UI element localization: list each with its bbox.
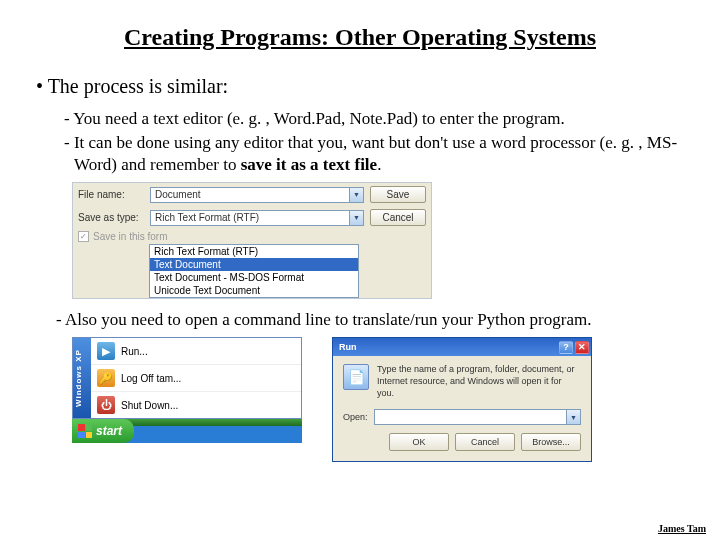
menu-item-shutdown[interactable]: ⏻ Shut Down... xyxy=(91,392,301,418)
start-menu-screenshot: Windows XP ▶ Run... 🔑 Log Off tam... ⏻ S… xyxy=(72,337,302,462)
type-dropdown-list[interactable]: Rich Text Format (RTF) Text Document Tex… xyxy=(149,244,359,298)
dropdown-option[interactable]: Text Document - MS-DOS Format xyxy=(150,271,358,284)
save-button[interactable]: Save xyxy=(370,186,426,203)
cancel-button[interactable]: Cancel xyxy=(370,209,426,226)
checkbox-label: Save in this form xyxy=(93,231,167,242)
chevron-down-icon[interactable]: ▼ xyxy=(349,211,363,225)
main-bullet-text: The process is similar: xyxy=(48,75,229,97)
windows-logo-icon xyxy=(78,424,92,438)
run-icon: ▶ xyxy=(97,342,115,360)
chevron-down-icon[interactable]: ▼ xyxy=(349,188,363,202)
windows-xp-sidebar: Windows XP xyxy=(73,338,91,418)
filename-label: File name: xyxy=(78,189,144,200)
sub-item-2-post: . xyxy=(377,155,381,174)
type-value: Rich Text Format (RTF) xyxy=(155,212,259,223)
run-dialog-icon: 📄 xyxy=(343,364,369,390)
menu-item-logoff[interactable]: 🔑 Log Off tam... xyxy=(91,365,301,392)
filename-value: Document xyxy=(155,189,201,200)
checkbox[interactable]: ✓ xyxy=(78,231,89,242)
menu-item-label: Log Off tam... xyxy=(121,373,181,384)
filename-input[interactable]: Document▼ xyxy=(150,187,364,203)
taskbar: start xyxy=(72,419,302,443)
menu-item-run[interactable]: ▶ Run... xyxy=(91,338,301,365)
footer-author: James Tam xyxy=(658,523,706,534)
menu-item-label: Run... xyxy=(121,346,148,357)
type-input[interactable]: Rich Text Format (RTF)▼ xyxy=(150,210,364,226)
help-button[interactable]: ? xyxy=(559,341,573,354)
sub-item-2: - It can be done using any editor that y… xyxy=(64,132,684,176)
close-button[interactable]: ✕ xyxy=(575,341,589,354)
type-label: Save as type: xyxy=(78,212,144,223)
shutdown-icon: ⏻ xyxy=(97,396,115,414)
sub-item-3: - Also you need to open a command line t… xyxy=(56,309,676,331)
open-input[interactable]: ▼ xyxy=(374,409,581,425)
dropdown-option-selected[interactable]: Text Document xyxy=(150,258,358,271)
slide-title: Creating Programs: Other Operating Syste… xyxy=(32,24,688,51)
sub-item-2-bold: save it as a text file xyxy=(241,155,377,174)
browse-button[interactable]: Browse... xyxy=(521,433,581,451)
menu-item-label: Shut Down... xyxy=(121,400,178,411)
logoff-icon: 🔑 xyxy=(97,369,115,387)
run-dialog: Run ? ✕ 📄 Type the name of a program, fo… xyxy=(332,337,592,462)
run-title: Run xyxy=(339,342,357,352)
sub-item-1-text: You need a text editor (e. g. , Word.Pad… xyxy=(73,109,564,128)
saveas-dialog: File name: Document▼ Save Save as type: … xyxy=(72,182,432,299)
chevron-down-icon[interactable]: ▼ xyxy=(566,410,580,424)
sub-item-3-text: Also you need to open a command line to … xyxy=(65,310,591,329)
start-button[interactable]: start xyxy=(72,419,134,443)
run-titlebar: Run ? ✕ xyxy=(333,338,591,356)
main-bullet: • The process is similar: xyxy=(36,75,688,98)
open-label: Open: xyxy=(343,412,368,422)
dropdown-option[interactable]: Rich Text Format (RTF) xyxy=(150,245,358,258)
cancel-button[interactable]: Cancel xyxy=(455,433,515,451)
dropdown-option[interactable]: Unicode Text Document xyxy=(150,284,358,297)
sub-item-1: - You need a text editor (e. g. , Word.P… xyxy=(64,108,684,130)
ok-button[interactable]: OK xyxy=(389,433,449,451)
start-button-label: start xyxy=(96,424,122,438)
run-description: Type the name of a program, folder, docu… xyxy=(377,364,581,399)
